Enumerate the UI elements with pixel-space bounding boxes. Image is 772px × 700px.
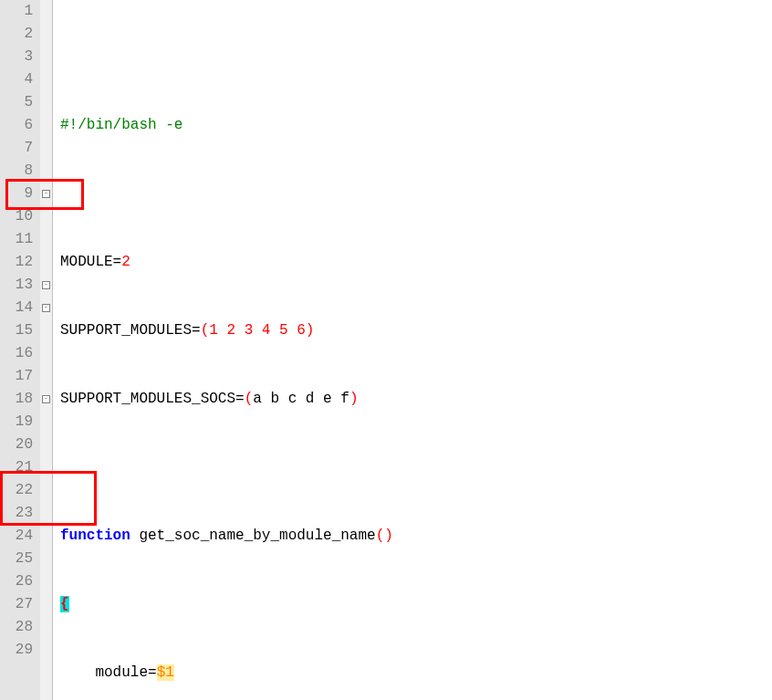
- paren: ): [306, 322, 315, 339]
- assign-label: module=: [95, 664, 156, 681]
- line-number: 18: [0, 388, 33, 411]
- assign-label: SUPPORT_MODULES_SOCS=: [60, 391, 245, 407]
- fold-gutter[interactable]: - - - -: [40, 0, 53, 700]
- code-area[interactable]: #!/bin/bash -e MODULE=2 SUPPORT_MODULES=…: [53, 0, 551, 700]
- code-line[interactable]: [60, 456, 551, 479]
- code-line[interactable]: function get_soc_name_by_module_name(): [60, 525, 551, 548]
- line-number: 1: [0, 0, 33, 23]
- line-number: 15: [0, 319, 33, 342]
- fold-minus-icon[interactable]: -: [42, 281, 50, 289]
- line-number: 28: [0, 616, 33, 639]
- assign-label: SUPPORT_MODULES=: [60, 322, 201, 339]
- line-number: 26: [0, 570, 33, 593]
- code-line[interactable]: #!/bin/bash -e: [60, 114, 551, 137]
- line-number: 21: [0, 456, 33, 479]
- line-number: 7: [0, 137, 33, 160]
- array-values: 1 2 3 4 5 6: [209, 322, 306, 339]
- fold-minus-icon[interactable]: -: [42, 304, 50, 312]
- line-number: 20: [0, 434, 33, 456]
- line-number: 12: [0, 251, 33, 274]
- line-number: 25: [0, 548, 33, 570]
- brace-open: {: [60, 596, 69, 612]
- code-line[interactable]: [60, 183, 551, 205]
- keyword-function: function: [60, 528, 130, 544]
- line-number: 13: [0, 274, 33, 297]
- line-number: 16: [0, 342, 33, 365]
- code-line[interactable]: MODULE=2: [60, 251, 551, 274]
- array-values: a b c d e f: [253, 391, 349, 407]
- line-number: 6: [0, 114, 33, 137]
- line-number: 19: [0, 411, 33, 434]
- line-number: 29: [0, 639, 33, 662]
- line-number: 5: [0, 91, 33, 114]
- line-number: 10: [0, 205, 33, 228]
- assign-label: MODULE=: [60, 254, 121, 270]
- code-line[interactable]: SUPPORT_MODULES=(1 2 3 4 5 6): [60, 319, 551, 342]
- line-number: 27: [0, 593, 33, 616]
- code-line[interactable]: SUPPORT_MODULES_SOCS=(a b c d e f): [60, 388, 551, 411]
- paren: ): [349, 391, 359, 407]
- code-line[interactable]: module=$1: [60, 662, 551, 684]
- line-number-gutter: 1 2 3 4 5 6 7 8 9 10 11 12 13 14 15 16 1…: [0, 0, 40, 700]
- line-number: 8: [0, 160, 33, 183]
- function-name: get_soc_name_by_module_name: [130, 528, 376, 544]
- line-number: 22: [0, 479, 33, 502]
- variable: $1: [157, 664, 174, 681]
- code-line[interactable]: {: [60, 593, 551, 616]
- line-number: 14: [0, 297, 33, 319]
- line-number: 9: [0, 183, 33, 205]
- paren: (: [245, 391, 254, 407]
- line-number: 2: [0, 23, 33, 46]
- fold-minus-icon[interactable]: -: [42, 395, 50, 403]
- number-literal: 2: [121, 254, 130, 270]
- line-number: 24: [0, 525, 33, 548]
- line-number: 23: [0, 502, 33, 525]
- fold-minus-icon[interactable]: -: [42, 190, 50, 198]
- code-line[interactable]: [60, 46, 551, 68]
- code-editor[interactable]: 1 2 3 4 5 6 7 8 9 10 11 12 13 14 15 16 1…: [0, 0, 772, 700]
- line-number: 3: [0, 46, 33, 68]
- shebang: #!/bin/bash -e: [60, 117, 183, 133]
- paren: (: [201, 322, 210, 339]
- paren: (): [376, 528, 393, 544]
- line-number: 17: [0, 365, 33, 388]
- line-number: 4: [0, 68, 33, 91]
- line-number: 11: [0, 228, 33, 251]
